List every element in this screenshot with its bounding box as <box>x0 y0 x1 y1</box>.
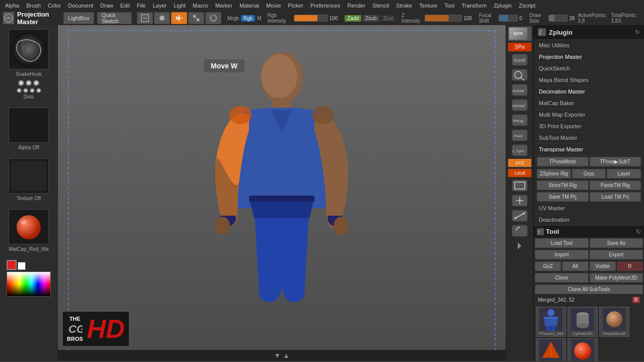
zp-deactivation[interactable]: Deactivation <box>534 214 644 226</box>
dot-preset-3[interactable] <box>33 80 39 86</box>
menu-edit[interactable]: Edit <box>117 2 133 10</box>
dot-preset-4[interactable] <box>17 88 22 93</box>
zp-decimation-master[interactable]: Decimation Master <box>534 86 644 98</box>
import-button[interactable]: Import <box>535 250 589 259</box>
zplugin-refresh-icon[interactable]: ↻ <box>635 29 640 36</box>
zp-misc-utilities[interactable]: Misc Utilities <box>534 40 644 51</box>
menu-tool[interactable]: Tool <box>441 2 457 10</box>
nav-scale-button[interactable] <box>510 209 530 223</box>
layer-button[interactable]: Layer <box>607 169 641 178</box>
color-gradient[interactable] <box>7 272 51 297</box>
brush-preview[interactable] <box>9 29 49 69</box>
floor-button[interactable]: Floor <box>510 128 530 142</box>
draw-size-slider[interactable] <box>548 15 568 22</box>
texture-preview[interactable] <box>9 158 49 194</box>
zp-subtool-master[interactable]: SubTool Master <box>534 132 644 144</box>
zp-uv-master[interactable]: UV Master <box>534 203 644 214</box>
edit-button[interactable] <box>137 12 153 24</box>
menu-document[interactable]: Document <box>65 2 96 10</box>
load-tool-button[interactable]: Load Tool <box>535 238 589 248</box>
menu-file[interactable]: File <box>134 2 149 10</box>
zp-projection-master[interactable]: Projection Master <box>534 51 644 63</box>
tool-thumb-polymesh3d[interactable]: PolyMesh3D <box>536 338 566 361</box>
menu-alpha[interactable]: Alpha <box>2 2 22 10</box>
menu-draw[interactable]: Draw <box>97 2 116 10</box>
menu-light[interactable]: Light <box>171 2 189 10</box>
projection-master-icon[interactable] <box>3 12 14 24</box>
savetm-prj-button[interactable]: Save TM Prj <box>537 192 589 202</box>
menu-layer[interactable]: Layer <box>150 2 170 10</box>
tool-refresh-icon[interactable]: ↻ <box>636 228 641 235</box>
menu-stencil[interactable]: Stencil <box>369 2 392 10</box>
menu-macro[interactable]: Macro <box>190 2 211 10</box>
material-preview[interactable] <box>9 209 49 244</box>
zp-multi-map-exporter[interactable]: Multi Map Exporter <box>534 109 644 121</box>
lsym-button[interactable]: L Sym <box>510 143 530 157</box>
menu-stroke[interactable]: Stroke <box>393 2 415 10</box>
canvas-area[interactable]: Move W THE CG BROS HD ▼ ▲ <box>58 25 506 361</box>
spix-button[interactable]: SPix <box>508 42 532 52</box>
tool-thumb-sphere3d[interactable]: Sphere3D <box>568 338 598 361</box>
zadd-button[interactable]: Zadd <box>345 15 361 22</box>
color-picker[interactable] <box>7 260 51 295</box>
scroll-button[interactable]: Scroll <box>510 53 530 67</box>
zp-maya-blend-shapes[interactable]: Maya Blend Shapes <box>534 74 644 86</box>
aahalf-button[interactable]: AAHalf <box>510 98 530 112</box>
menu-picker[interactable]: Picker <box>285 2 306 10</box>
menu-brush[interactable]: Brush <box>23 2 44 10</box>
export-button[interactable]: Export <box>590 250 643 259</box>
background-color[interactable] <box>18 262 26 270</box>
clone-all-subtools-button[interactable]: Clone All SubTools <box>535 285 643 294</box>
local-button[interactable]: Local <box>508 168 532 177</box>
pastetm-rig-button[interactable]: PasteTM Rig <box>590 180 641 190</box>
draw-button[interactable] <box>154 12 170 24</box>
menu-render[interactable]: Render <box>344 2 368 10</box>
menu-material[interactable]: Material <box>236 2 262 10</box>
menu-zplugin[interactable]: Zplugin <box>491 2 515 10</box>
lightbox-button[interactable]: LightBox <box>63 12 94 24</box>
scale-button[interactable] <box>188 12 204 24</box>
nav-move-button[interactable] <box>510 194 530 208</box>
zsphere-rig-button[interactable]: ZSphere Rig <box>537 169 571 178</box>
z-intensity-slider[interactable] <box>425 15 462 22</box>
frame-button[interactable] <box>510 178 530 193</box>
menu-transform[interactable]: Transform <box>458 2 490 10</box>
tool-thumb-tpose[interactable]: TPose#1_342 <box>536 307 566 337</box>
quicksketch-button[interactable]: Quick Sketch <box>97 12 132 24</box>
make-polymesh3d-button[interactable]: Make PolyMesh3D <box>590 273 643 283</box>
dot-preset-6[interactable] <box>30 88 35 93</box>
visible-button[interactable]: Visible <box>590 261 616 271</box>
zp-quicksketch[interactable]: QuickSketch <box>534 63 644 74</box>
rotate-button[interactable] <box>205 12 221 24</box>
focal-slider[interactable] <box>499 15 518 22</box>
r-button[interactable]: R <box>617 261 643 271</box>
intensity-slider[interactable] <box>294 15 328 22</box>
menu-marker[interactable]: Marker <box>212 2 235 10</box>
alpha-preview[interactable] <box>9 108 49 143</box>
storetm-rig-button[interactable]: StoreTM Rig <box>537 180 589 190</box>
save-as-button[interactable]: Save As <box>590 238 643 248</box>
menu-zscript[interactable]: Zscript <box>516 2 538 10</box>
foreground-color[interactable] <box>7 260 17 270</box>
persp-button[interactable]: Persp <box>510 113 530 127</box>
menu-preferences[interactable]: Preferences <box>307 2 343 10</box>
zp-matcap-baker[interactable]: MatCap Baker <box>534 98 644 109</box>
menu-texture[interactable]: Texture <box>416 2 440 10</box>
zp-3d-print-exporter[interactable]: 3D Print Exporter <box>534 121 644 132</box>
actual-button[interactable]: Actual <box>510 83 530 97</box>
zsub-button[interactable]: Zsub <box>363 15 379 22</box>
grps-button[interactable]: Grps <box>572 169 606 178</box>
goz-button[interactable]: GoZ <box>535 261 561 271</box>
dot-preset-1[interactable] <box>18 80 24 86</box>
tpose-subt-button[interactable]: TPose▶SubT <box>590 157 641 166</box>
dot-preset-5[interactable] <box>23 88 28 93</box>
rgb-button[interactable]: Rgb <box>241 15 255 22</box>
tposemesh-button[interactable]: TPoseMesh <box>537 157 589 166</box>
dot-preset-2[interactable] <box>26 80 32 86</box>
bpr-button[interactable]: BPR <box>508 26 532 41</box>
zoom-button[interactable] <box>510 68 530 82</box>
loadtm-prj-button[interactable]: Load TM Prj <box>590 192 641 202</box>
nav-rotate-button[interactable] <box>510 224 530 238</box>
tool-thumb-cylinder3d[interactable]: Cylinder3D <box>568 307 598 337</box>
xyz-button[interactable]: XYZ <box>508 158 532 167</box>
